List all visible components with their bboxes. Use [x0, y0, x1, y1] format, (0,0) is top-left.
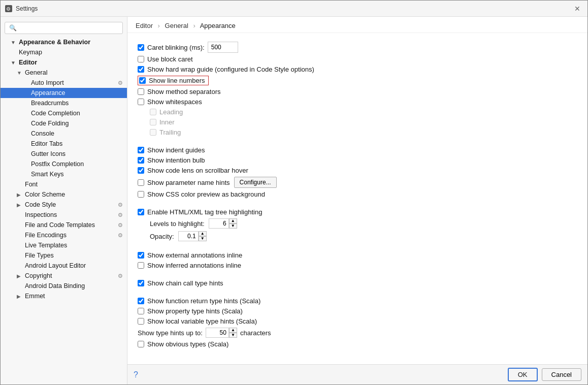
sidebar-item-code-completion[interactable]: Code Completion: [1, 108, 127, 118]
show-css-color-label[interactable]: Show CSS color preview as background: [138, 190, 265, 198]
caret-blinking-checkbox[interactable]: [138, 44, 144, 51]
show-intention-bulb-checkbox[interactable]: [138, 157, 144, 164]
show-param-hints-checkbox[interactable]: [138, 179, 144, 186]
show-css-color-checkbox[interactable]: [138, 191, 144, 198]
sidebar-item-emmet[interactable]: ▶ Emmet: [1, 291, 127, 301]
show-indent-guides-label[interactable]: Show indent guides: [138, 146, 205, 154]
show-property-type-checkbox[interactable]: [138, 308, 144, 314]
sidebar-item-general[interactable]: ▼ General: [1, 68, 127, 78]
opacity-down-btn[interactable]: ▼: [199, 236, 207, 241]
sidebar-item-copyright[interactable]: ▶ Copyright ⚙: [1, 271, 127, 281]
sidebar-item-android-layout-editor[interactable]: Android Layout Editor: [1, 261, 127, 271]
sidebar-item-font[interactable]: Font: [1, 179, 127, 189]
sidebar-item-editor-tabs[interactable]: Editor Tabs: [1, 139, 127, 149]
show-param-hints-text: Show parameter name hints: [147, 179, 230, 186]
inner-label[interactable]: Inner: [150, 118, 175, 126]
caret-blinking-input[interactable]: [208, 42, 238, 53]
leading-label[interactable]: Leading: [150, 108, 183, 116]
type-hints-down-btn[interactable]: ▼: [229, 333, 237, 338]
help-icon[interactable]: ?: [134, 370, 138, 379]
search-input[interactable]: [5, 22, 123, 34]
sidebar-item-live-templates[interactable]: Live Templates: [1, 240, 127, 250]
show-inferred-annotations-label[interactable]: Show inferred annotations inline: [138, 262, 241, 269]
sidebar-item-postfix-completion[interactable]: Postfix Completion: [1, 159, 127, 169]
sidebar-label: Editor Tabs: [31, 140, 62, 147]
sidebar-item-breadcrumbs[interactable]: Breadcrumbs: [1, 98, 127, 108]
show-inferred-annotations-checkbox[interactable]: [138, 262, 144, 269]
show-line-numbers-label[interactable]: Show line numbers: [138, 76, 209, 85]
show-whitespaces-label[interactable]: Show whitespaces: [138, 98, 202, 106]
sidebar-item-inspections[interactable]: Inspections ⚙: [1, 210, 127, 220]
show-code-lens-checkbox[interactable]: [138, 167, 144, 174]
sidebar-item-gutter-icons[interactable]: Gutter Icons: [1, 149, 127, 159]
enable-html-xml-label[interactable]: Enable HTML/XML tag tree highlighting: [138, 208, 262, 216]
show-method-separators-label[interactable]: Show method separators: [138, 88, 221, 95]
sidebar-item-keymap[interactable]: Keymap: [1, 47, 127, 57]
show-function-return-checkbox[interactable]: [138, 298, 144, 304]
show-css-color-text: Show CSS color preview as background: [147, 190, 265, 198]
type-hints-input[interactable]: [206, 328, 229, 338]
trailing-label[interactable]: Trailing: [150, 129, 181, 136]
show-external-annotations-checkbox[interactable]: [138, 252, 144, 259]
sidebar-item-appearance[interactable]: Appearance: [1, 88, 127, 98]
type-hints-up-btn[interactable]: ▲: [229, 328, 237, 333]
show-obvious-types-label[interactable]: Show obvious types (Scala): [138, 340, 228, 348]
use-block-caret-checkbox[interactable]: [138, 56, 144, 62]
use-block-caret-label[interactable]: Use block caret: [138, 55, 193, 63]
sidebar-item-auto-import[interactable]: Auto Import ⚙: [1, 78, 127, 88]
show-indent-guides-checkbox[interactable]: [138, 147, 144, 153]
enable-html-xml-checkbox[interactable]: [138, 209, 144, 215]
levels-up-btn[interactable]: ▲: [229, 218, 237, 223]
sidebar-item-android-data-binding[interactable]: Android Data Binding: [1, 281, 127, 291]
ok-button[interactable]: OK: [508, 368, 538, 381]
show-hard-wrap-checkbox[interactable]: [138, 66, 144, 73]
type-hints-spinner: ▲ ▼: [206, 328, 237, 338]
levels-label: Levels to highlight:: [150, 220, 205, 228]
levels-down-btn[interactable]: ▼: [229, 223, 237, 229]
opacity-input[interactable]: [178, 231, 199, 241]
configure-button[interactable]: Configure...: [234, 177, 277, 188]
show-whitespaces-checkbox[interactable]: [138, 99, 144, 105]
sidebar-item-file-types[interactable]: File Types: [1, 250, 127, 261]
show-method-separators-checkbox[interactable]: [138, 88, 144, 95]
sidebar-item-editor[interactable]: ▼ Editor: [1, 57, 127, 68]
show-chain-call-label[interactable]: Show chain call type hints: [138, 279, 223, 287]
type-hints-characters: characters: [240, 329, 271, 337]
show-property-type-label[interactable]: Show property type hints (Scala): [138, 307, 243, 315]
inner-checkbox: [150, 119, 156, 125]
show-chain-call-row: Show chain call type hints: [138, 279, 577, 287]
breadcrumb-general: General: [165, 22, 188, 29]
levels-row: Levels to highlight: ▲ ▼: [150, 218, 577, 229]
sidebar-item-appearance-behavior[interactable]: ▼ Appearance & Behavior: [1, 37, 127, 47]
sidebar-item-file-code-templates[interactable]: File and Code Templates ⚙: [1, 220, 127, 230]
show-intention-bulb-label[interactable]: Show intention bulb: [138, 156, 205, 164]
show-local-variable-label[interactable]: Show local variable type hints (Scala): [138, 317, 257, 325]
sidebar-item-smart-keys[interactable]: Smart Keys: [1, 169, 127, 179]
sidebar-item-color-scheme[interactable]: ▶ Color Scheme: [1, 189, 127, 200]
levels-spinner-btns: ▲ ▼: [229, 218, 237, 229]
show-hard-wrap-label[interactable]: Show hard wrap guide (configured in Code…: [138, 66, 314, 73]
show-external-annotations-label[interactable]: Show external annotations inline: [138, 251, 242, 259]
show-function-return-label[interactable]: Show function return type hints (Scala): [138, 297, 260, 305]
show-indent-guides-text: Show indent guides: [147, 146, 205, 154]
levels-input[interactable]: [209, 218, 229, 229]
show-obvious-types-checkbox[interactable]: [138, 341, 144, 347]
sidebar-item-console[interactable]: Console: [1, 129, 127, 139]
show-indent-guides-row: Show indent guides: [138, 146, 577, 154]
opacity-up-btn[interactable]: ▲: [199, 231, 207, 236]
sidebar-item-file-encodings[interactable]: File Encodings ⚙: [1, 230, 127, 240]
close-button[interactable]: ✕: [571, 3, 583, 15]
show-local-variable-checkbox[interactable]: [138, 318, 144, 325]
sidebar-item-code-folding[interactable]: Code Folding: [1, 118, 127, 129]
show-property-type-text: Show property type hints (Scala): [147, 307, 243, 315]
show-code-lens-row: Show code lens on scrollbar hover: [138, 167, 577, 174]
caret-blinking-label[interactable]: Caret blinking (ms):: [138, 44, 205, 51]
show-code-lens-label[interactable]: Show code lens on scrollbar hover: [138, 167, 248, 174]
settings-icon: ⚙: [118, 232, 123, 239]
cancel-button[interactable]: Cancel: [542, 368, 581, 381]
show-inferred-annotations-row: Show inferred annotations inline: [138, 262, 577, 269]
sidebar-item-code-style[interactable]: ▶ Code Style ⚙: [1, 200, 127, 210]
show-param-hints-label[interactable]: Show parameter name hints: [138, 179, 230, 186]
show-chain-call-checkbox[interactable]: [138, 280, 144, 286]
show-line-numbers-checkbox[interactable]: [139, 77, 146, 84]
